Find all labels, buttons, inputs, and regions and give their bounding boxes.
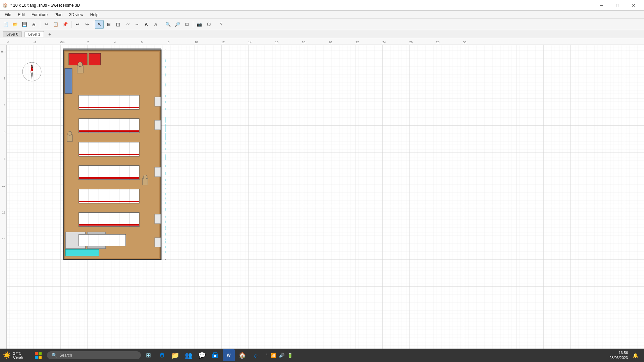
- level-bar: Level 0 Level 1 +: [0, 30, 644, 38]
- file-explorer-icon[interactable]: 📁: [169, 349, 181, 361]
- create-polylines-tool[interactable]: 〰: [123, 20, 132, 29]
- edge-icon[interactable]: [156, 349, 168, 361]
- svg-rect-56: [67, 135, 72, 141]
- taskbar: ☀️ 27°C Cerah 🔍 Search ⊞ 📁 👥 💬: [0, 349, 644, 362]
- ruler-mark-left: 10: [2, 184, 5, 187]
- ruler-mark: 26: [409, 41, 413, 44]
- ruler-mark: 2: [87, 41, 89, 44]
- ruler-mark-left: 2: [4, 77, 5, 80]
- redo-button[interactable]: ↪: [83, 20, 91, 29]
- ruler-mark: 0m: [60, 41, 65, 44]
- weather-icon: ☀️: [3, 351, 11, 359]
- copy-button[interactable]: 📋: [51, 20, 60, 29]
- search-icon: 🔍: [52, 353, 57, 358]
- save-button[interactable]: 💾: [20, 20, 29, 29]
- whatsapp-icon[interactable]: 💬: [196, 349, 208, 361]
- ruler-mark: 10: [195, 41, 198, 44]
- menu-furniture[interactable]: Furniture: [28, 12, 51, 18]
- open-button[interactable]: 📂: [11, 20, 19, 29]
- svg-rect-58: [143, 178, 148, 185]
- canvas-area[interactable]: N WWW.MINIMARKETRAK.COM: [7, 45, 644, 349]
- level-1-tab[interactable]: Level 1: [24, 31, 44, 37]
- minimize-button[interactable]: ─: [594, 0, 609, 11]
- svg-rect-81: [35, 352, 38, 355]
- help-button[interactable]: ?: [217, 20, 225, 29]
- wifi-icon[interactable]: 📶: [270, 353, 276, 358]
- svg-point-59: [143, 175, 147, 179]
- svg-point-57: [68, 131, 72, 135]
- maximize-button[interactable]: □: [610, 0, 625, 11]
- create-rooms-tool[interactable]: ◫: [114, 20, 122, 29]
- menu-help[interactable]: Help: [87, 12, 102, 18]
- word-icon[interactable]: W: [223, 349, 235, 361]
- weather-widget: ☀️ 27°C Cerah: [3, 351, 30, 359]
- system-tray: ^ 📶 🔊 🔋: [266, 353, 293, 358]
- sweethome3d-icon[interactable]: 🏠: [236, 349, 248, 361]
- top-view-button[interactable]: ⬡: [204, 20, 213, 29]
- add-level-button[interactable]: +: [47, 31, 53, 37]
- ruler-mark: 16: [275, 41, 278, 44]
- menu-plan[interactable]: Plan: [51, 12, 66, 18]
- svg-rect-55: [79, 224, 139, 226]
- svg-rect-13: [65, 68, 72, 94]
- separator-6: [215, 21, 215, 28]
- ruler-mark: 30: [463, 41, 466, 44]
- svg-rect-64: [155, 238, 161, 247]
- menu-edit[interactable]: Edit: [14, 12, 28, 18]
- start-button[interactable]: [32, 349, 44, 361]
- menu-3dview[interactable]: 3D view: [66, 12, 87, 18]
- new-button[interactable]: 📄: [1, 20, 10, 29]
- ruler-mark-left: 4: [4, 104, 5, 107]
- svg-rect-48: [79, 201, 139, 202]
- svg-text:N: N: [31, 65, 33, 68]
- floor-plan: WWW.MINIMARKETRAK.COM: [62, 48, 166, 263]
- svg-rect-86: [214, 355, 216, 357]
- window-title: * 10 x 10 tiang .sh3d - Sweet Home 3D: [10, 3, 80, 8]
- paste-button[interactable]: 📌: [61, 20, 69, 29]
- menu-bar: File Edit Furniture Plan 3D view Help: [0, 11, 644, 19]
- notification-icon[interactable]: 🔔: [629, 349, 641, 361]
- svg-marker-4: [31, 72, 33, 80]
- dropbox-icon[interactable]: ◇: [250, 349, 262, 361]
- volume-icon[interactable]: 🔊: [279, 353, 284, 358]
- camera-button[interactable]: 📷: [195, 20, 204, 29]
- svg-rect-67: [79, 234, 126, 246]
- battery-icon[interactable]: 🔋: [287, 353, 293, 358]
- store-icon[interactable]: [209, 349, 221, 361]
- svg-rect-41: [79, 177, 139, 179]
- ruler-mark: 8: [168, 41, 169, 44]
- cut-button[interactable]: ✂: [42, 20, 51, 29]
- level-0-tab[interactable]: Level 0: [3, 31, 22, 37]
- undo-button[interactable]: ↩: [73, 20, 82, 29]
- separator-3: [93, 21, 93, 28]
- separator-1: [40, 21, 40, 28]
- separator-5: [193, 21, 193, 28]
- temperature: 27°C: [13, 351, 23, 355]
- task-view-button[interactable]: ⊞: [142, 349, 154, 361]
- svg-rect-72: [65, 249, 99, 256]
- teams-icon[interactable]: 👥: [182, 349, 195, 361]
- svg-rect-20: [79, 107, 139, 108]
- close-button[interactable]: ✕: [626, 0, 641, 11]
- svg-rect-62: [155, 167, 161, 177]
- window-controls: ─ □ ✕: [594, 0, 641, 11]
- fit-view-button[interactable]: ⊡: [182, 20, 191, 29]
- ruler-mark: 28: [436, 41, 439, 44]
- create-dimensions-tool[interactable]: ↔: [132, 20, 141, 29]
- clock[interactable]: 16:56 28/06/2023: [609, 350, 628, 361]
- zoom-out-button[interactable]: 🔎: [173, 20, 182, 29]
- select-tool[interactable]: ↖: [95, 20, 104, 29]
- chevron-icon[interactable]: ^: [266, 353, 268, 358]
- zoom-in-button[interactable]: 🔍: [164, 20, 172, 29]
- ruler-left: 0m 2 4 6 8 10 12 14: [0, 45, 7, 349]
- menu-file[interactable]: File: [1, 12, 14, 18]
- print-button[interactable]: 🖨: [30, 20, 38, 29]
- create-text-tool[interactable]: A: [142, 20, 151, 29]
- svg-rect-63: [155, 214, 161, 224]
- create-walls-tool[interactable]: ⊞: [104, 20, 113, 29]
- date-display: 28/06/2023: [609, 355, 628, 360]
- ruler-mark-left: 12: [2, 211, 5, 214]
- search-bar[interactable]: 🔍 Search: [47, 351, 141, 359]
- create-text-tool2[interactable]: A: [151, 20, 160, 29]
- condition: Cerah: [13, 355, 23, 359]
